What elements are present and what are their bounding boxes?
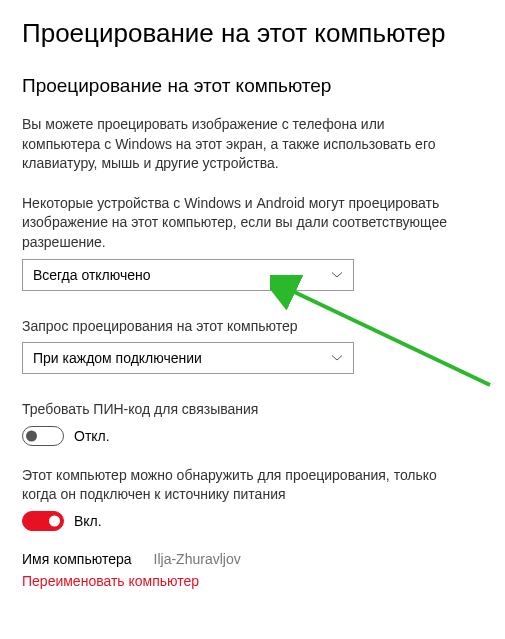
section-title: Проецирование на этот компьютер [22, 75, 483, 97]
discover-toggle[interactable] [22, 511, 64, 531]
page-title: Проецирование на этот компьютер [22, 18, 483, 49]
pc-name-label: Имя компьютера [22, 551, 132, 567]
permission-label: Некоторые устройства с Windows и Android… [22, 194, 452, 253]
pin-label: Требовать ПИН-код для связывания [22, 400, 452, 420]
rename-pc-link[interactable]: Переименовать компьютер [22, 573, 483, 589]
pin-toggle[interactable] [22, 426, 64, 446]
intro-text: Вы можете проецировать изображение с тел… [22, 115, 452, 174]
pin-toggle-state: Откл. [74, 428, 110, 444]
ask-select[interactable]: При каждом подключении [22, 342, 354, 374]
annotation-arrow [270, 275, 505, 405]
discover-label: Этот компьютер можно обнаружить для прое… [22, 466, 452, 505]
chevron-down-icon [331, 352, 343, 364]
permission-select[interactable]: Всегда отключено [22, 259, 354, 291]
ask-select-value: При каждом подключении [33, 350, 202, 366]
discover-toggle-state: Вкл. [74, 513, 102, 529]
chevron-down-icon [331, 269, 343, 281]
permission-select-value: Всегда отключено [33, 267, 151, 283]
ask-label: Запрос проецирования на этот компьютер [22, 317, 452, 337]
pc-name-value: Ilja-Zhuravljov [154, 551, 241, 567]
